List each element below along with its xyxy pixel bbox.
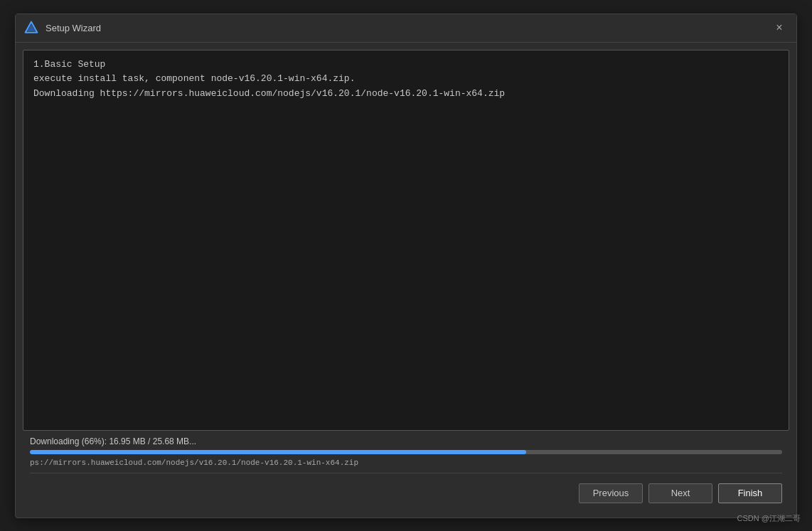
setup-wizard-window: Setup Wizard × 1.Basic Setupexecute inst… [15, 14, 797, 518]
terminal-line: Downloading https://mirrors.huaweicloud.… [33, 87, 779, 102]
divider [30, 473, 782, 473]
progress-bar-fill [30, 450, 526, 454]
progress-url: ps://mirrors.huaweicloud.com/nodejs/v16.… [30, 458, 782, 467]
finish-button[interactable]: Finish [718, 483, 782, 503]
progress-status: Downloading (66%): 16.95 MB / 25.68 MB..… [30, 436, 782, 446]
progress-section: Downloading (66%): 16.95 MB / 25.68 MB..… [30, 436, 782, 467]
bottom-area: Downloading (66%): 16.95 MB / 25.68 MB..… [23, 431, 789, 510]
watermark: CSDN @江湖二哥 [737, 513, 801, 524]
terminal-line: 1.Basic Setup [33, 58, 779, 73]
progress-bar-container [30, 450, 782, 454]
terminal-output: 1.Basic Setupexecute install task, compo… [23, 50, 789, 431]
close-button[interactable]: × [771, 19, 788, 36]
terminal-line: execute install task, component node-v16… [33, 72, 779, 87]
button-row: Previous Next Finish [30, 479, 782, 510]
window-title: Setup Wizard [46, 23, 771, 33]
next-button[interactable]: Next [648, 483, 712, 503]
app-logo-icon [24, 21, 38, 35]
content-area: 1.Basic Setupexecute install task, compo… [16, 43, 796, 517]
title-bar: Setup Wizard × [16, 14, 796, 43]
previous-button[interactable]: Previous [579, 483, 643, 503]
